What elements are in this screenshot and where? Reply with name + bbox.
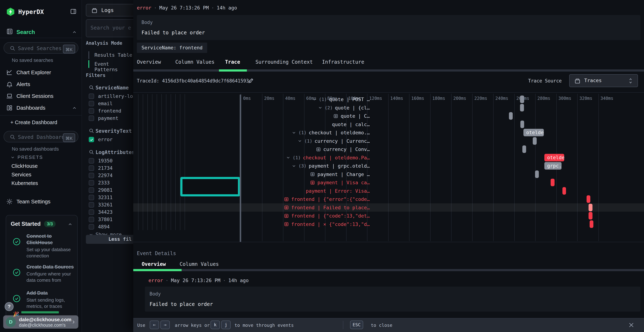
ed-tab-column-values[interactable]: Column Values (180, 261, 219, 267)
tab-overview[interactable]: Overview (137, 59, 161, 65)
trace-span-row[interactable]: (1)currency | Currenc… (298, 137, 370, 145)
facet-item-34423[interactable]: 34423 (82, 208, 133, 216)
facet-item-32311[interactable]: 32311 (82, 194, 133, 201)
facet-item-artillery-loa[interactable]: artillery-loa (82, 93, 133, 100)
help-button[interactable]: ? (5, 302, 14, 311)
facet-item-error[interactable]: error (82, 136, 133, 143)
sidebar-item-team-settings[interactable]: Team Settings (0, 196, 82, 207)
expand-chevron-icon[interactable] (318, 105, 322, 110)
collapse-sidebar-icon[interactable] (70, 8, 76, 15)
span-bar[interactable] (586, 195, 590, 203)
trace-span-row[interactable]: frontend | Failed to place… (284, 204, 370, 212)
event-search-box[interactable] (86, 19, 133, 37)
chevron-up-icon[interactable] (72, 106, 77, 110)
preset-services[interactable]: Services (12, 172, 31, 178)
expand-chevron-icon[interactable] (286, 155, 290, 160)
span-bar[interactable] (533, 137, 536, 145)
span-bar[interactable] (588, 204, 592, 211)
trace-span-row[interactable]: (2)quote | {cl… (318, 104, 370, 112)
facet-item-19350[interactable]: 19350 (82, 157, 133, 164)
sidebar-item-client-sessions[interactable]: Client Sessions (0, 90, 82, 102)
span-bar[interactable] (562, 187, 566, 194)
span-bar[interactable] (550, 179, 554, 186)
span-bar[interactable] (522, 146, 526, 153)
checkbox[interactable] (89, 116, 94, 121)
expand-chevron-icon[interactable] (312, 97, 317, 102)
trace-span-row[interactable]: (1)checkout | oteldemo.… (292, 128, 370, 137)
trace-span-row[interactable]: payment | Error: Visa… (306, 187, 370, 195)
sidebar-item-alerts[interactable]: Alerts (0, 79, 82, 90)
trace-span-row[interactable]: frontend | {"error":{"code… (284, 195, 370, 204)
span-bar[interactable] (535, 170, 539, 178)
tab-trace[interactable]: Trace (225, 59, 240, 65)
checkbox[interactable] (89, 195, 94, 200)
trace-span-row[interactable]: payment | Charge … (310, 170, 370, 178)
facet-item-21734[interactable]: 21734 (82, 164, 133, 172)
span-bar[interactable] (588, 212, 592, 220)
facet-item-22974[interactable]: 22974 (82, 172, 133, 179)
user-profile-chip[interactable]: D dale@clickhouse.com dale@clickhouse.co… (3, 315, 78, 328)
facet-item-37801[interactable]: 37801 (82, 216, 133, 223)
ed-tab-overview[interactable]: Overview (142, 261, 166, 267)
facet-item-payment[interactable]: payment (82, 115, 133, 122)
get-started-item[interactable]: Add DataStart sending logs, metrics, or … (10, 290, 74, 311)
facet-item-29081[interactable]: 29081 (82, 186, 133, 194)
trace-span-row[interactable]: quote | C… (333, 112, 370, 120)
checkbox[interactable] (89, 210, 94, 215)
span-bar[interactable] (520, 96, 524, 103)
service-name-chip[interactable]: ServiceName: frontend (137, 42, 207, 53)
analysis-option-results-table[interactable]: Results Table (88, 51, 133, 60)
span-bar[interactable]: oteldem (524, 129, 544, 136)
get-started-item[interactable]: Connect to ClickHouseSet up your databas… (10, 233, 74, 259)
create-dashboard-button[interactable]: + Create Dashboard (10, 120, 57, 126)
preset-clickhouse[interactable]: ClickHouse (12, 163, 38, 169)
span-bar[interactable]: grpc.o (544, 162, 562, 170)
trace-span-row[interactable]: quote | calc… (332, 120, 370, 128)
checkbox[interactable] (89, 188, 94, 193)
expand-chevron-icon[interactable] (292, 130, 296, 135)
span-bar[interactable] (520, 104, 524, 112)
edit-icon[interactable] (248, 77, 254, 84)
preset-kubernetes[interactable]: Kubernetes (12, 180, 38, 186)
sidebar-item-search[interactable]: Search (0, 27, 82, 38)
span-bar[interactable] (520, 120, 524, 128)
sidebar-item-chart-explorer[interactable]: Chart Explorer (0, 67, 82, 78)
tree-scrollbar[interactable] (240, 94, 241, 242)
trace-span-row[interactable]: (3)payment | grpc.oteld… (292, 162, 370, 170)
trace-source-select[interactable]: Traces (569, 74, 638, 87)
checkbox[interactable] (89, 108, 94, 114)
trace-span-row[interactable]: currency | Conv… (316, 145, 370, 154)
span-bar[interactable] (590, 220, 594, 228)
facet-item-frontend[interactable]: frontend (82, 107, 133, 115)
expand-chevron-icon[interactable] (298, 139, 302, 143)
checkbox[interactable] (89, 101, 94, 106)
chevron-up-icon[interactable] (72, 30, 77, 35)
sidebar-item-dashboards[interactable]: Dashboards (0, 102, 82, 114)
checkbox[interactable] (89, 180, 94, 186)
presets-toggle[interactable]: PRESETS (10, 154, 43, 160)
analysis-option-event-patterns[interactable]: Event Patterns (88, 60, 133, 68)
facet-item-33261[interactable]: 33261 (82, 201, 133, 208)
trace-span-row[interactable]: payment | Visa ca… (310, 178, 370, 187)
trace-span-row[interactable]: frontend | {"code":13,"det… (284, 212, 370, 220)
checkbox[interactable] (89, 94, 94, 99)
tab-surrounding-context[interactable]: Surrounding Context (256, 59, 313, 65)
less-filters-button[interactable]: Less fil (86, 235, 133, 244)
checkbox[interactable] (89, 137, 94, 142)
search-input[interactable] (90, 25, 133, 31)
tab-column-values[interactable]: Column Values (175, 59, 214, 65)
facet-item-4894[interactable]: 4894 (82, 223, 133, 230)
span-bar[interactable]: oteldem (544, 154, 564, 161)
facet-item-email[interactable]: email (82, 100, 133, 107)
trace-span-row[interactable]: (1)quote | POST … (312, 95, 370, 104)
tab-infrastructure[interactable]: Infrastructure (322, 59, 364, 65)
saved-dashboards-input[interactable]: Saved Dashboards ⌘K (4, 131, 78, 142)
expand-chevron-icon[interactable] (292, 164, 296, 168)
chevron-up-icon[interactable] (68, 222, 73, 227)
checkbox[interactable] (89, 158, 94, 164)
trace-span-row[interactable]: frontend | × {"code":13,"d… (284, 220, 370, 228)
close-icon[interactable] (628, 321, 635, 329)
checkbox[interactable] (89, 202, 94, 208)
checkbox[interactable] (89, 224, 94, 230)
checkbox[interactable] (89, 166, 94, 171)
